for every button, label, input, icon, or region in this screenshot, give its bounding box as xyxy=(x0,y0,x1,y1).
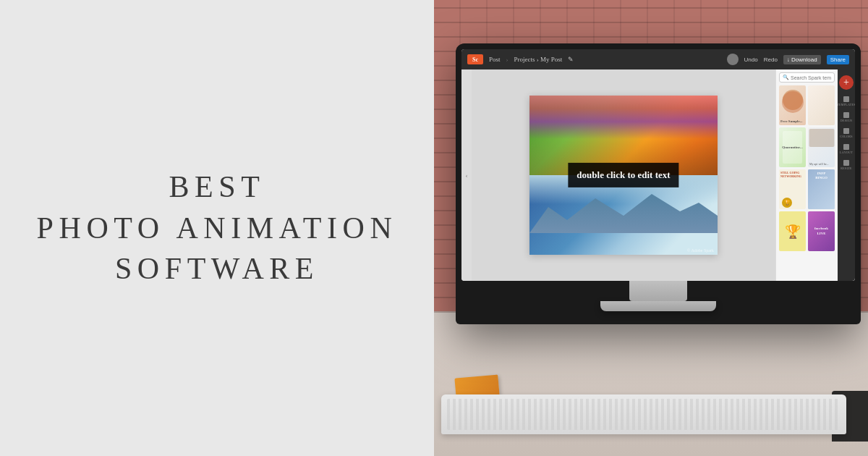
template-thumb-8[interactable]: facebookLIVE xyxy=(808,211,835,251)
template-thumb-2[interactable] xyxy=(808,85,835,125)
download-button[interactable]: ↓ Download xyxy=(783,55,821,64)
templates-panel: 🔍 Free Sample... xyxy=(776,69,838,281)
template-thumb-7[interactable]: 🏆 xyxy=(779,211,806,251)
template-thumb-1[interactable]: Free Sample... xyxy=(779,85,806,125)
search-icon: 🔍 xyxy=(783,75,789,80)
spark-ui: Sc Post › Projects › My Post ✎ Undo Redo… xyxy=(461,49,855,281)
search-input[interactable] xyxy=(791,75,831,80)
nav-separator: › xyxy=(506,56,509,63)
template-thumb-4[interactable]: My apt will be... xyxy=(808,127,835,167)
template-grid: Free Sample... Quarantine... xyxy=(779,85,835,251)
thumb-5-label: STILL GOINGNETWORKING xyxy=(780,171,804,178)
thumb-4-img xyxy=(809,129,834,147)
thumb-1-label: Free Sample... xyxy=(780,119,804,124)
template-thumb-6[interactable]: INFPBINGO xyxy=(808,169,835,209)
thumb-4-label: My apt will be... xyxy=(809,162,833,166)
spark-topbar: Sc Post › Projects › My Post ✎ Undo Redo… xyxy=(461,49,855,69)
breadcrumb: Projects › My Post xyxy=(514,56,563,63)
monitor-body: Sc Post › Projects › My Post ✎ Undo Redo… xyxy=(456,43,861,324)
design-rail-label: DESIGN xyxy=(841,119,852,122)
canvas-watermark: © Adobe Spark xyxy=(687,248,714,253)
left-panel: BEST PHOTO ANIMATION SOFTWARE xyxy=(0,0,434,456)
spark-main-content: ‹ double click to edit text © Adobe Spa xyxy=(461,69,855,281)
spark-canvas[interactable]: double click to edit text © Adobe Spark xyxy=(529,96,718,255)
template-thumb-3[interactable]: Quarantine... xyxy=(779,127,806,167)
desk-surface xyxy=(434,311,868,456)
thumb-8-text: facebookLIVE xyxy=(814,227,828,236)
rail-templates-button[interactable]: TEMPLATES xyxy=(839,94,854,109)
monitor-wrapper: Sc Post › Projects › My Post ✎ Undo Redo… xyxy=(456,43,861,324)
monitor-screen: Sc Post › Projects › My Post ✎ Undo Redo… xyxy=(461,49,855,281)
spark-sidebar: 🔍 Free Sample... xyxy=(775,69,855,281)
add-button[interactable]: + xyxy=(839,75,854,90)
thumb-5-badge: 🏆 xyxy=(782,198,792,208)
design-icon xyxy=(843,112,849,118)
templates-rail-label: TEMPLATES xyxy=(837,103,855,106)
undo-button[interactable]: Undo xyxy=(744,56,758,63)
monitor-base xyxy=(600,301,716,311)
template-search-bar[interactable]: 🔍 xyxy=(779,72,835,83)
canvas-area: double click to edit text © Adobe Spark xyxy=(472,69,775,281)
title-line2: PHOTO ANIMATION xyxy=(37,211,398,245)
sidebar-icon-rail: + TEMPLATES DESIGN xyxy=(838,69,855,281)
redo-button[interactable]: Redo xyxy=(764,56,778,63)
template-thumb-5[interactable]: STILL GOINGNETWORKING 🏆 xyxy=(779,169,806,209)
app-name: Post xyxy=(489,56,501,63)
rail-layout-button[interactable]: LAYOUT xyxy=(839,142,854,156)
layout-rail-label: LAYOUT xyxy=(840,151,853,154)
monitor-stand xyxy=(629,281,687,301)
title-line3: SOFTWARE xyxy=(115,252,319,285)
user-avatar[interactable] xyxy=(727,54,739,65)
right-panel: Sc Post › Projects › My Post ✎ Undo Redo… xyxy=(434,0,868,456)
resize-rail-label: RESIZE xyxy=(841,166,851,170)
title-line1: BEST xyxy=(169,170,265,203)
thumb-7-icon: 🏆 xyxy=(785,224,801,240)
colors-rail-label: COLORS xyxy=(840,135,853,138)
spark-logo: Sc xyxy=(467,54,483,64)
colors-icon xyxy=(843,128,849,134)
rail-colors-button[interactable]: COLORS xyxy=(839,126,854,140)
thumb-6-text: INFPBINGO xyxy=(809,172,833,180)
keyboard xyxy=(441,394,846,434)
collapse-panel-button[interactable]: ‹ xyxy=(461,69,472,281)
canvas-edit-text[interactable]: double click to edit text xyxy=(568,163,678,187)
resize-icon xyxy=(843,160,849,166)
rail-design-button[interactable]: DESIGN xyxy=(839,110,854,124)
main-title: BEST PHOTO ANIMATION SOFTWARE xyxy=(37,166,398,290)
rail-resize-button[interactable]: RESIZE xyxy=(839,158,854,172)
share-button[interactable]: Share xyxy=(827,55,849,64)
edit-pencil-icon[interactable]: ✎ xyxy=(568,56,574,63)
thumb-3-text: Quarantine... xyxy=(783,131,802,164)
templates-icon xyxy=(843,96,849,102)
layout-icon xyxy=(843,144,849,150)
